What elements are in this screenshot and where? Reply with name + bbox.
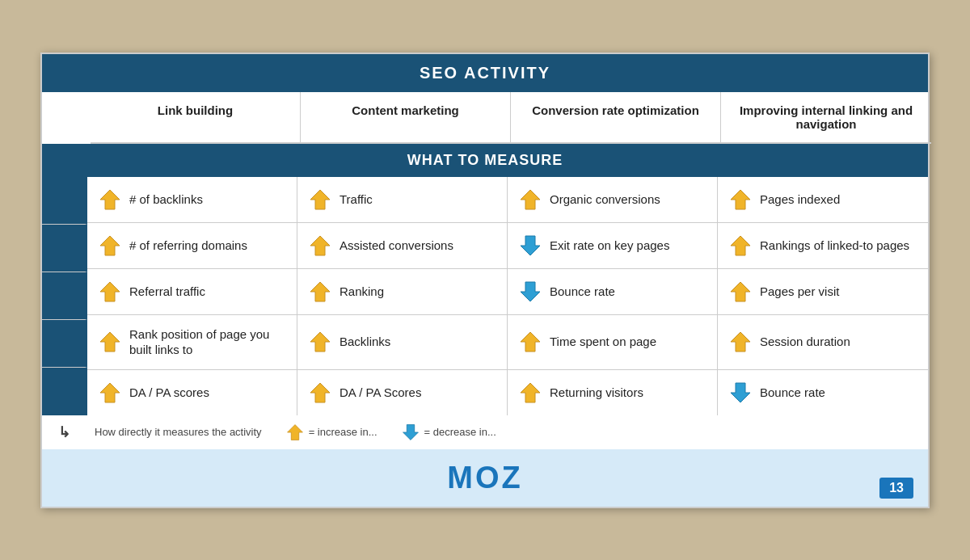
legend-up-icon (286, 423, 304, 441)
row-indicator (42, 177, 87, 415)
cell-r3c1: Referral traffic (87, 269, 297, 314)
cell-r5c1: DA / PA scores (87, 370, 297, 415)
arrow-down-icon (729, 381, 752, 404)
svg-marker-10 (521, 282, 540, 301)
svg-marker-12 (100, 332, 120, 352)
arrow-down-icon (519, 280, 542, 303)
svg-marker-4 (100, 236, 120, 255)
svg-marker-15 (731, 332, 750, 352)
svg-marker-14 (521, 332, 540, 352)
cell-r3c3: Bounce rate (508, 269, 718, 314)
table-body: # of backlinks Traffic Organic conversio… (42, 177, 928, 415)
cell-r5c2: DA / PA Scores (297, 370, 508, 415)
col-header-cro: Conversion rate optimization (511, 92, 721, 142)
cell-r3c4: Pages per visit (718, 269, 928, 314)
svg-marker-1 (310, 190, 330, 209)
table-row: # of backlinks Traffic Organic conversio… (87, 177, 928, 223)
svg-marker-20 (287, 424, 302, 440)
cell-r2c3: Exit rate on key pages (508, 223, 718, 268)
table-row: DA / PA scores DA / PA Scores Returning … (87, 370, 928, 415)
legend-down-icon (402, 423, 420, 441)
cell-r4c4: Session duration (718, 315, 928, 369)
section-header: WHAT TO MEASURE (42, 144, 928, 177)
svg-marker-0 (100, 190, 120, 209)
table-row: Referral traffic Ranking Bounce rate (87, 269, 928, 315)
svg-marker-7 (731, 236, 750, 255)
cell-r2c4: Rankings of linked-to pages (718, 223, 928, 268)
svg-marker-3 (731, 190, 750, 209)
cell-r4c3: Time spent on page (508, 315, 718, 369)
cell-r1c3: Organic conversions (508, 177, 718, 222)
arrow-up-icon (519, 381, 542, 404)
arrow-up-icon (99, 280, 121, 303)
svg-marker-11 (731, 282, 750, 301)
arrow-up-icon (309, 188, 331, 211)
arrow-up-icon (309, 280, 331, 303)
slide: SEO ACTIVITY Link building Content marke… (40, 53, 930, 508)
svg-marker-16 (100, 383, 120, 402)
col-header-internal-linking: Improving internal linking and navigatio… (721, 92, 931, 142)
col-header-content-marketing: Content marketing (301, 92, 511, 142)
svg-marker-18 (521, 383, 540, 402)
arrow-up-icon (729, 188, 752, 211)
svg-marker-19 (731, 383, 750, 402)
svg-marker-9 (310, 282, 330, 301)
rows-container: # of backlinks Traffic Organic conversio… (87, 177, 928, 415)
arrow-up-icon (729, 331, 752, 353)
arrow-up-icon (519, 188, 542, 211)
legend: ↳ How directly it measures the activity … (42, 415, 928, 449)
arrow-up-icon (309, 234, 331, 257)
arrow-up-icon (99, 381, 121, 404)
arrow-up-icon (99, 188, 121, 211)
svg-marker-5 (310, 236, 330, 255)
arrow-up-icon (729, 280, 752, 303)
legend-arrow-indicator: ↳ (58, 423, 70, 441)
svg-marker-21 (403, 424, 418, 440)
arrow-down-icon (519, 234, 542, 257)
legend-decrease: = decrease in... (402, 423, 496, 441)
cell-r4c1: Rank position of page you built links to (87, 315, 297, 369)
arrow-up-icon (519, 331, 542, 353)
slide-bottom: MOZ 13 (42, 449, 928, 507)
table-row: Rank position of page you built links to… (87, 315, 928, 370)
cell-r1c1: # of backlinks (87, 177, 297, 222)
legend-prefix: How directly it measures the activity (95, 426, 262, 438)
cell-r2c2: Assisted conversions (297, 223, 508, 268)
page-number: 13 (879, 478, 913, 499)
svg-marker-13 (310, 332, 330, 352)
cell-r4c2: Backlinks (297, 315, 508, 369)
arrow-up-icon (309, 381, 331, 404)
svg-marker-8 (100, 282, 120, 301)
svg-marker-6 (521, 236, 540, 255)
slide-title: SEO ACTIVITY (42, 54, 928, 92)
legend-increase: = increase in... (286, 423, 377, 441)
cell-r1c4: Pages indexed (718, 177, 928, 222)
arrow-up-icon (99, 331, 121, 353)
svg-marker-17 (310, 383, 330, 402)
cell-r5c4: Bounce rate (718, 370, 928, 415)
moz-logo: MOZ (447, 461, 522, 495)
arrow-up-icon (729, 234, 752, 257)
cell-r2c1: # of referring domains (87, 223, 297, 268)
cell-r5c3: Returning visitors (508, 370, 718, 415)
arrow-up-icon (99, 234, 121, 257)
table-row: # of referring domains Assisted conversi… (87, 223, 928, 269)
svg-marker-2 (521, 190, 540, 209)
cell-r3c2: Ranking (297, 269, 508, 314)
col-header-link-building: Link building (91, 92, 301, 142)
arrow-up-icon (309, 331, 331, 353)
cell-r1c2: Traffic (297, 177, 508, 222)
